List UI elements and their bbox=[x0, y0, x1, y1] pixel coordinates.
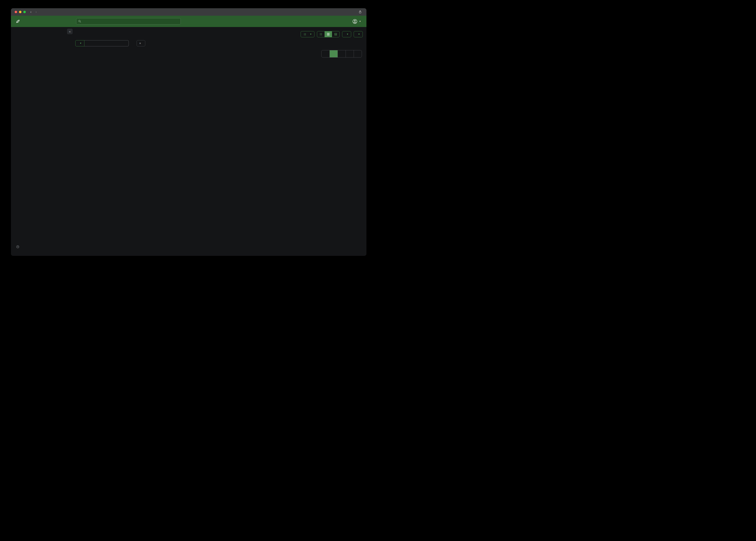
grid-view-icon bbox=[327, 33, 330, 36]
filter-row: ▼ × bbox=[75, 40, 363, 46]
documentation-link[interactable] bbox=[16, 245, 22, 249]
user-menu[interactable]: ▼ bbox=[352, 19, 361, 24]
app-logo[interactable] bbox=[16, 19, 22, 24]
app-window: ‹ › ▼ bbox=[11, 8, 366, 256]
maximize-window-icon[interactable] bbox=[23, 11, 26, 13]
pagination-prev[interactable] bbox=[321, 50, 330, 57]
reset-filters-button[interactable]: × bbox=[137, 40, 145, 46]
search-bar bbox=[76, 18, 181, 25]
view-mode-toggle bbox=[317, 31, 340, 37]
chevron-down-icon: ▼ bbox=[359, 20, 361, 22]
title-content-input[interactable] bbox=[84, 40, 129, 46]
pagination bbox=[321, 50, 362, 58]
select-list-icon bbox=[303, 33, 306, 36]
macos-titlebar: ‹ › bbox=[11, 8, 366, 16]
pagination-page-3[interactable] bbox=[346, 50, 354, 57]
search-icon bbox=[78, 20, 81, 23]
list-view-icon bbox=[319, 33, 322, 36]
collapse-sidebar-button[interactable]: « bbox=[67, 29, 73, 34]
document-grid bbox=[75, 61, 363, 70]
pagination-next[interactable] bbox=[354, 50, 362, 57]
paperless-leaf-icon bbox=[16, 19, 20, 24]
views-button[interactable]: ▼ bbox=[354, 31, 363, 37]
traffic-lights bbox=[15, 11, 26, 13]
detail-view-icon bbox=[334, 33, 337, 36]
sidebar bbox=[11, 27, 71, 256]
avatar-icon bbox=[352, 19, 358, 24]
select-button[interactable]: ▼ bbox=[301, 31, 314, 37]
main-content: ▼ ▼ ▼ ▼ × bbox=[71, 27, 366, 256]
minimize-window-icon[interactable] bbox=[19, 11, 21, 13]
close-window-icon[interactable] bbox=[15, 11, 17, 13]
grid-view-button[interactable] bbox=[325, 31, 332, 37]
browser-forward-icon[interactable]: › bbox=[35, 10, 37, 14]
pagination-page-1[interactable] bbox=[330, 50, 338, 57]
title-content-filter: ▼ bbox=[75, 40, 129, 46]
app-header: ▼ bbox=[11, 16, 366, 27]
close-icon: × bbox=[139, 42, 141, 45]
search-input[interactable] bbox=[76, 18, 181, 25]
share-icon[interactable] bbox=[358, 10, 362, 14]
help-icon bbox=[16, 245, 19, 249]
title-content-dropdown[interactable]: ▼ bbox=[75, 40, 84, 46]
sort-button[interactable]: ▼ bbox=[342, 31, 351, 37]
detail-view-button[interactable] bbox=[332, 31, 339, 37]
list-view-button[interactable] bbox=[317, 31, 325, 37]
pagination-page-2[interactable] bbox=[338, 50, 346, 57]
browser-back-icon[interactable]: ‹ bbox=[30, 10, 31, 14]
